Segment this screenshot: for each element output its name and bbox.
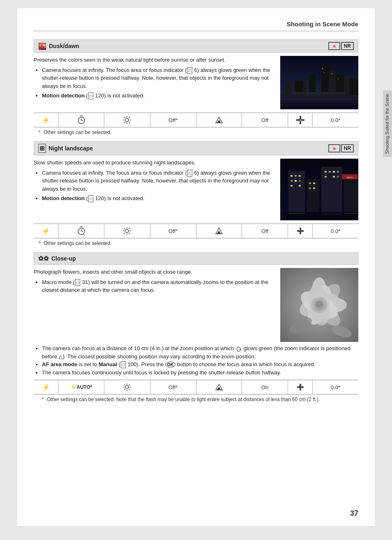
closeup-bullet-1: Macro mode (□ 31) will be turned on and … [42, 278, 274, 294]
svg-line-78 [129, 233, 130, 234]
closeup-wb-cell [104, 380, 150, 394]
svg-rect-17 [332, 73, 332, 74]
svg-line-79 [129, 228, 130, 229]
flower-svg [280, 268, 358, 342]
night-bullet-2: Motion detection (□ 120) is not activate… [42, 194, 274, 203]
closeup-text-top: Photograph flowers, insects and other sm… [34, 268, 274, 342]
svg-point-101 [318, 305, 320, 307]
svg-point-72 [125, 229, 129, 233]
badge-nr: NR [341, 42, 354, 50]
svg-line-115 [129, 384, 130, 385]
dusk-description: Preserves the colors seen in the weak na… [34, 56, 274, 64]
svg-text:±: ± [299, 118, 301, 122]
closeup-mountain-cell [196, 380, 242, 394]
night-description: Slow shutter speeds are used to produce … [34, 159, 274, 167]
dusk-footnote: * Other settings can be selected. [34, 129, 358, 135]
night-ev-icon [296, 226, 305, 235]
svg-rect-51 [309, 182, 311, 184]
closeup-settings-row: ⚡ ⚡AUTO* Off* [34, 380, 358, 395]
svg-rect-16 [324, 72, 325, 73]
night-badge-nr: NR [341, 144, 354, 152]
svg-point-97 [316, 302, 318, 304]
closeup-image [280, 268, 358, 342]
closeup-footnote: * Other settings can be selected. Note t… [34, 397, 358, 402]
closeup-footnote-star: * [42, 397, 44, 402]
night-flash-cell: ⚡ [34, 224, 58, 238]
svg-line-80 [124, 233, 125, 234]
section-night-landscape: ⊞ Night landscape 🔺 NR Slow shutter spee… [34, 141, 358, 246]
svg-rect-10 [284, 83, 292, 95]
svg-rect-57 [333, 171, 335, 173]
night-ev-cell [288, 224, 313, 238]
self-timer-icon [77, 115, 86, 125]
svg-rect-15 [322, 68, 323, 69]
dusk-bullet-2: Motion detection (□ 120) is not activate… [42, 92, 274, 100]
section-header-night: ⊞ Night landscape 🔺 NR [34, 141, 358, 155]
ev-icon: ± [296, 115, 305, 125]
svg-rect-84 [300, 228, 301, 234]
closeup-bullet-3: AF area mode is set to Manual (□ 100). P… [42, 360, 358, 369]
svg-point-98 [318, 301, 320, 303]
svg-rect-6 [349, 78, 358, 95]
section-body-night: Slow shutter speeds are used to produce … [34, 159, 358, 220]
svg-rect-60 [333, 176, 335, 178]
svg-rect-41 [321, 167, 342, 212]
svg-rect-11 [325, 60, 325, 65]
svg-line-77 [124, 228, 125, 229]
flash-auto-label: ⚡ [70, 384, 76, 390]
closeup-bullets-top: Macro mode (□ 31) will be turned on and … [42, 278, 274, 294]
svg-rect-4 [336, 74, 344, 95]
closeup-ev-value-cell: 0.0* [313, 380, 358, 394]
closeup-ev-cell [288, 380, 313, 394]
night-scene-icon [214, 226, 224, 235]
dusk-icon: 🌇 [38, 42, 46, 50]
scene-icon [214, 115, 224, 125]
svg-rect-39 [288, 171, 305, 212]
svg-text:SIGN: SIGN [347, 176, 353, 179]
svg-line-116 [124, 389, 125, 390]
svg-rect-55 [325, 171, 327, 173]
closeup-bullet-2: The camera can focus at a distance of 10… [42, 344, 358, 360]
svg-rect-49 [291, 185, 293, 187]
closeup-offstar-cell: Off* [150, 380, 196, 394]
closeup-bullet-4: The camera focuses continuously until fo… [42, 369, 358, 377]
dusk-ev-value-cell: 0.0* [313, 113, 358, 127]
svg-rect-45 [299, 175, 301, 177]
dusk-mode-cell [104, 113, 150, 127]
svg-line-32 [124, 122, 125, 123]
svg-rect-50 [299, 185, 301, 187]
svg-rect-58 [337, 171, 339, 173]
section-body-dusk: Preserves the colors seen in the weak na… [34, 56, 358, 109]
dusk-title: Dusk/dawn [49, 43, 79, 49]
closeup-flash-auto-cell: ⚡AUTO* [58, 380, 104, 394]
svg-point-102 [316, 304, 318, 306]
night-bullets: Camera focuses at infinity. The focus ar… [42, 169, 274, 203]
page: Shooting in Scene Mode Shooting Suited f… [17, 8, 375, 526]
svg-rect-46 [291, 180, 293, 182]
wb-inline-icon [235, 346, 242, 352]
night-selftimer-cell [58, 224, 104, 238]
closeup-flash-icon: ⚡ [42, 383, 50, 391]
svg-line-31 [129, 117, 130, 118]
dusk-image [280, 56, 358, 109]
night-settings-row: ⚡ [34, 224, 358, 238]
svg-rect-43 [291, 175, 293, 177]
section-dusk-dawn: 🌇 Dusk/dawn 🔺 NR Preserves the colors se… [34, 39, 358, 135]
dusk-offstar-cell: Off* [150, 113, 196, 127]
closeup-description: Photograph flowers, insects and other sm… [34, 268, 274, 276]
dusk-flash-cell: ⚡ [34, 113, 58, 127]
closeup-bullets-bottom: The camera can focus at a distance of 10… [42, 344, 358, 376]
night-mountain-cell [196, 224, 242, 238]
svg-rect-54 [313, 187, 315, 189]
dusk-text: Preserves the colors seen in the weak na… [34, 56, 274, 109]
closeup-scene-icon [214, 383, 224, 392]
svg-point-99 [321, 302, 322, 304]
svg-rect-120 [300, 384, 301, 390]
svg-point-108 [125, 385, 129, 389]
night-flash-icon: ⚡ [42, 227, 50, 235]
svg-line-29 [124, 117, 125, 118]
night-text: Slow shutter speeds are used to produce … [34, 159, 274, 220]
closeup-on-cell: On [242, 380, 288, 394]
svg-point-24 [125, 118, 129, 122]
svg-line-30 [129, 122, 130, 123]
